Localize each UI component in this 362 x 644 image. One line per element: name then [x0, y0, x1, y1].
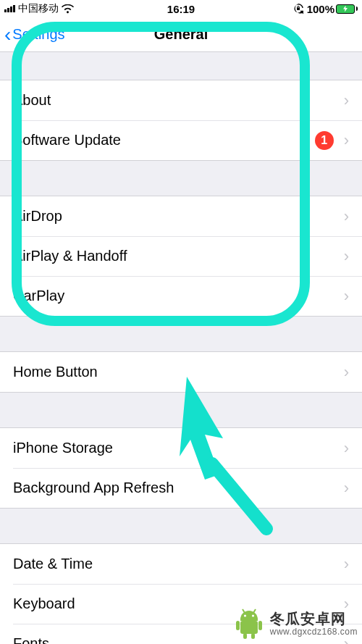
svg-line-10	[243, 609, 245, 613]
chevron-right-icon: ›	[344, 248, 349, 264]
cell-software-update[interactable]: Software Update 1 ›	[0, 120, 362, 160]
chevron-right-icon: ›	[344, 93, 349, 109]
cellular-signal-icon	[4, 5, 15, 12]
svg-line-11	[253, 609, 256, 613]
cell-label: Home Button	[13, 364, 344, 380]
status-right: 100%	[292, 3, 358, 15]
group-spacer	[0, 393, 362, 427]
svg-rect-7	[251, 633, 255, 639]
settings-group: iPhone Storage › Background App Refresh …	[0, 427, 362, 509]
svg-rect-5	[258, 621, 262, 630]
status-bar: 中国移动 16:19 100%	[0, 0, 362, 17]
svg-point-9	[252, 614, 254, 616]
cell-label: iPhone Storage	[13, 440, 344, 456]
cell-background-app-refresh[interactable]: Background App Refresh ›	[0, 468, 362, 508]
svg-rect-4	[236, 621, 240, 630]
chevron-right-icon: ›	[344, 556, 349, 572]
notification-badge: 1	[315, 131, 334, 150]
svg-rect-6	[243, 633, 247, 639]
chevron-right-icon: ›	[344, 364, 349, 380]
watermark: 冬瓜安卓网 www.dgxcdz168.com	[235, 608, 362, 640]
cell-label: AirPlay & Handoff	[13, 248, 344, 264]
chevron-left-icon: ‹	[4, 25, 11, 45]
group-spacer	[0, 52, 362, 80]
group-spacer	[0, 161, 362, 196]
cell-about[interactable]: About ›	[0, 80, 362, 120]
cell-airplay-handoff[interactable]: AirPlay & Handoff ›	[0, 236, 362, 276]
rotation-lock-icon	[292, 3, 304, 14]
cell-home-button[interactable]: Home Button ›	[0, 352, 362, 392]
chevron-right-icon: ›	[344, 288, 349, 304]
android-robot-icon	[235, 608, 263, 640]
cell-carplay[interactable]: CarPlay ›	[0, 276, 362, 316]
cell-iphone-storage[interactable]: iPhone Storage ›	[0, 428, 362, 468]
group-spacer	[0, 317, 362, 351]
cell-label: Software Update	[13, 132, 315, 149]
watermark-text: 冬瓜安卓网 www.dgxcdz168.com	[270, 611, 358, 637]
battery-indicator: 100%	[307, 3, 358, 15]
chevron-right-icon: ›	[344, 133, 349, 149]
group-spacer	[0, 509, 362, 543]
battery-percent: 100%	[307, 3, 334, 15]
nav-bar: ‹ Settings General	[0, 17, 362, 52]
back-button[interactable]: ‹ Settings	[0, 25, 65, 45]
back-label: Settings	[12, 26, 64, 43]
cell-airdrop[interactable]: AirDrop ›	[0, 196, 362, 236]
settings-group: Home Button ›	[0, 351, 362, 393]
chevron-right-icon: ›	[344, 480, 349, 496]
settings-group: AirDrop › AirPlay & Handoff › CarPlay ›	[0, 196, 362, 317]
watermark-title: 冬瓜安卓网	[270, 611, 358, 627]
cell-label: CarPlay	[13, 288, 344, 304]
svg-point-8	[244, 614, 246, 616]
cell-label: Date & Time	[13, 556, 344, 572]
chevron-right-icon: ›	[344, 209, 349, 225]
svg-rect-3	[240, 621, 258, 634]
wifi-icon	[62, 4, 74, 14]
cell-label: About	[13, 92, 344, 109]
watermark-url: www.dgxcdz168.com	[270, 627, 358, 637]
settings-general-screen: 中国移动 16:19 100% ‹ Settings General	[0, 0, 362, 644]
battery-icon	[336, 4, 355, 14]
cell-date-time[interactable]: Date & Time ›	[0, 544, 362, 584]
carrier-label: 中国移动	[18, 2, 59, 15]
status-left: 中国移动	[4, 2, 74, 15]
settings-group: About › Software Update 1 ›	[0, 80, 362, 161]
chevron-right-icon: ›	[344, 440, 349, 456]
cell-label: Background App Refresh	[13, 480, 344, 496]
cell-label: AirDrop	[13, 208, 344, 225]
svg-rect-0	[297, 8, 300, 11]
